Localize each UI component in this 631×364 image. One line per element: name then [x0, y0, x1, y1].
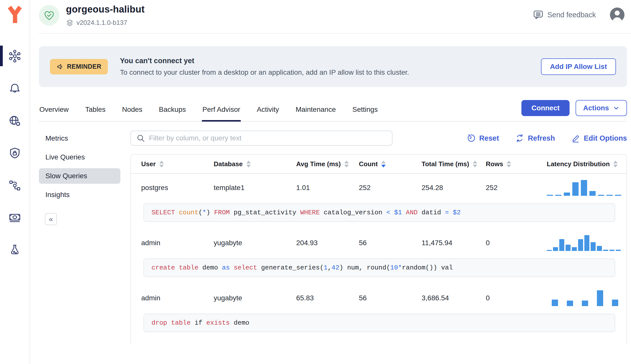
- refresh-label: Refresh: [528, 134, 555, 142]
- subnav-item-slow-queries[interactable]: Slow Queries: [39, 168, 120, 184]
- cell-count: 56: [359, 239, 422, 247]
- perf-advisor-subnav: MetricsLive QueriesSlow QueriesInsights …: [39, 131, 120, 345]
- tab-perf-advisor[interactable]: Perf Advisor: [202, 101, 241, 122]
- subnav-item-insights[interactable]: Insights: [39, 187, 120, 203]
- cell-avg-time-ms: 1.01: [296, 184, 359, 192]
- cluster-tabs: OverviewTablesNodesBackupsPerf AdvisorAc…: [39, 101, 378, 121]
- rail-item-alerts[interactable]: [0, 79, 30, 98]
- rail-item-billing[interactable]: [0, 209, 30, 227]
- tab-nodes[interactable]: Nodes: [122, 101, 143, 122]
- column-label: Latency Distribution: [547, 160, 610, 168]
- tab-activity[interactable]: Activity: [256, 101, 280, 122]
- column-label: Rows: [486, 160, 503, 168]
- reset-button[interactable]: Reset: [466, 134, 499, 143]
- latency-histogram: [552, 290, 618, 306]
- column-header-rows[interactable]: Rows: [486, 160, 547, 168]
- column-header-count[interactable]: Count: [359, 160, 422, 168]
- cell-user: admin: [141, 239, 214, 247]
- table-row[interactable]: postgrestemplate11.01252254.28252: [131, 174, 626, 202]
- megaphone-icon: [56, 63, 64, 70]
- yugabyte-logo[interactable]: [7, 6, 23, 25]
- alerts-bell-icon: [8, 81, 22, 96]
- column-header-avg-time-ms[interactable]: Avg Time (ms): [296, 160, 359, 168]
- histogram-bar: [564, 193, 570, 196]
- latency-histogram: [547, 235, 621, 251]
- rail-item-network[interactable]: [0, 112, 30, 130]
- cell-database: yugabyte: [214, 239, 296, 247]
- edit-options-button[interactable]: Edit Options: [571, 134, 627, 143]
- add-ip-allow-list-button[interactable]: Add IP Allow List: [541, 58, 616, 75]
- slow-queries-panel: Reset Refresh: [130, 131, 627, 345]
- histogram-bar: [547, 250, 552, 251]
- cell-avg-time-ms: 204.93: [296, 239, 359, 247]
- cell-count: 252: [359, 184, 422, 192]
- table-row[interactable]: adminyugabyte65.83563,686.540: [131, 284, 626, 312]
- edit-pencil-icon: [571, 134, 580, 143]
- page-title: gorgeous-halibut: [66, 4, 145, 15]
- refresh-button[interactable]: Refresh: [515, 134, 555, 143]
- column-header-user[interactable]: User: [141, 160, 214, 168]
- cell-user: admin: [141, 294, 214, 302]
- query-text-block: create table demo as select generate_ser…: [143, 258, 615, 277]
- tab-tables[interactable]: Tables: [85, 101, 106, 122]
- network-globe-gear-icon: [8, 114, 22, 128]
- rail-item-clusters[interactable]: [0, 47, 30, 65]
- column-header-database[interactable]: Database: [214, 160, 296, 168]
- column-label: Database: [214, 160, 243, 168]
- connect-button[interactable]: Connect: [521, 100, 570, 116]
- collapse-sidebar-button[interactable]: «: [45, 213, 57, 225]
- histogram-bar: [567, 301, 573, 306]
- filter-input[interactable]: [149, 134, 386, 142]
- column-header-latency-distribution[interactable]: Latency Distribution: [547, 160, 618, 168]
- cell-rows: 0: [486, 239, 547, 247]
- tab-backups[interactable]: Backups: [159, 101, 186, 122]
- banner-message: To connect to your cluster from a deskto…: [120, 68, 541, 76]
- column-label: User: [141, 160, 156, 168]
- subnav-item-metrics[interactable]: Metrics: [39, 131, 120, 146]
- sort-arrows-icon: [473, 161, 477, 167]
- cluster-version: v2024.1.1.0-b137: [76, 19, 127, 27]
- histogram-bar: [589, 191, 596, 196]
- histogram-bar: [555, 195, 562, 196]
- integrations-icon: [8, 178, 22, 193]
- sort-arrows-icon: [344, 161, 349, 167]
- histogram-bar: [598, 195, 604, 196]
- sort-arrows-icon: [381, 161, 386, 167]
- cell-user: postgres: [141, 184, 214, 192]
- cell-avg-time-ms: 65.83: [296, 294, 359, 302]
- feedback-bubble-icon: [533, 10, 543, 20]
- histogram-bar: [566, 245, 571, 251]
- heart-check-icon: [43, 10, 55, 21]
- column-header-total-time-ms[interactable]: Total Time (ms): [422, 160, 486, 168]
- rail-item-security[interactable]: [0, 144, 30, 162]
- histogram-bar: [597, 246, 602, 251]
- cell-total-time-ms: 3,686.54: [422, 294, 486, 302]
- cell-database: template1: [214, 184, 296, 192]
- cell-rows: 252: [486, 184, 547, 192]
- histogram-bar: [572, 247, 577, 251]
- page-header: gorgeous-halibut v2024.1.1.0-b137: [31, 0, 631, 27]
- tab-maintenance[interactable]: Maintenance: [295, 101, 336, 122]
- rail-item-labs[interactable]: [0, 241, 30, 259]
- subnav-item-live-queries[interactable]: Live Queries: [39, 149, 120, 165]
- sort-arrows-icon: [507, 161, 511, 167]
- labs-flask-icon: [8, 243, 22, 257]
- tab-settings[interactable]: Settings: [352, 101, 378, 122]
- table-row[interactable]: adminyugabyte204.935611,475.940: [131, 229, 626, 257]
- send-feedback-button[interactable]: Send feedback: [533, 10, 596, 20]
- actions-menu-button[interactable]: Actions: [576, 100, 627, 116]
- rail-item-integrations[interactable]: [0, 176, 30, 195]
- column-label: Total Time (ms): [422, 160, 469, 168]
- tab-overview[interactable]: Overview: [39, 101, 69, 122]
- cell-count: 56: [359, 294, 422, 302]
- histogram-bar: [584, 235, 589, 251]
- query-text-block: drop table if exists demo: [143, 314, 615, 332]
- histogram-bar: [606, 195, 613, 196]
- chevron-down-icon: [613, 105, 619, 111]
- table-body: postgrestemplate11.01252254.28252SELECT …: [131, 174, 626, 332]
- cluster-icon: [8, 49, 22, 63]
- reminder-badge-label: REMINDER: [67, 63, 101, 70]
- main-area: gorgeous-halibut v2024.1.1.0-b137: [31, 0, 631, 364]
- sort-arrows-icon: [246, 161, 251, 167]
- user-avatar[interactable]: [610, 8, 624, 22]
